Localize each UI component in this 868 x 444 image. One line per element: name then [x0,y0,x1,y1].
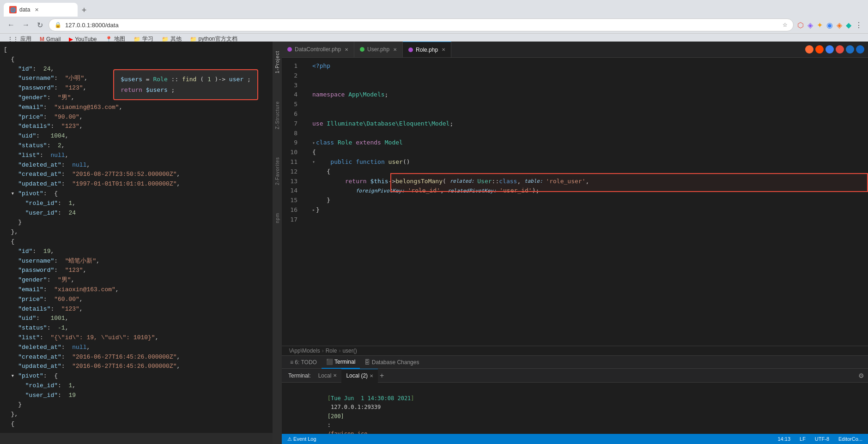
json-line: "created_at": "2016-06-27T16:45:26.00000… [0,353,273,362]
breadcrumb-models[interactable]: \App\Models [289,348,320,354]
side-label-npm[interactable]: npm [275,213,280,223]
browser-icon-edge[interactable] [826,45,834,54]
fold-icon-9[interactable]: ▾ [312,139,315,147]
browser-chrome: 🌐 data ✕ + ← → ↻ 🔒 127.0.0.1:8000/data ☆… [0,0,868,42]
terminal-tab-local1-label: Local [318,372,332,379]
ext-icon-5[interactable]: ◈ [837,21,842,30]
tab-role[interactable]: Role.php ✕ [403,42,451,58]
status-bar: ⚠ Event Log 14:13 LF UTF-8 EditorCo... [282,434,868,444]
fold-icon-11[interactable]: ▾ [312,158,315,166]
json-line: "role_id": 1, [0,381,273,391]
status-editor[interactable]: EditorCo... [837,436,864,442]
status-lf[interactable]: LF [798,436,807,442]
browser-icon-chrome[interactable] [805,45,813,54]
terminal-content[interactable]: [Tue Jun 1 14:30:08 2021] 127.0.0.1:2933… [282,383,868,434]
terminal-add-button[interactable]: + [378,372,386,380]
json-line: [ [0,45,273,55]
line-num-16: 16 [282,205,301,215]
tab-todo[interactable]: ≡ 6: TODO [285,356,322,369]
ide-wrapper: 1-Project Z-Structure 2-Favorites npm Da… [273,42,868,444]
ext-icon-2[interactable]: ◈ [807,21,813,30]
browser-icon-ie[interactable] [846,45,854,54]
status-left: ⚠ Event Log [285,436,318,442]
terminal-tab-label: ⬛ Terminal [326,359,355,365]
json-panel: [ { "id": 24, "username": "小明", "passwor… [0,42,273,433]
tab-datacontroller[interactable]: DataController.php ✕ [282,42,354,58]
terminal-settings-button[interactable]: ⚙ [858,372,864,379]
json-line: "password": "123", [0,266,273,276]
tab-close-button[interactable]: ✕ [35,7,39,13]
terminal-tab-local1-close[interactable]: ✕ [333,373,337,378]
side-label-project[interactable]: 1-Project [275,51,280,73]
tab-close-user[interactable]: ✕ [393,47,397,52]
line-num-17: 17 [282,215,301,225]
side-label-structure[interactable]: Z-Structure [275,101,280,129]
json-browser-panel: $users = Role :: find ( 1 )-> user ; ret… [0,42,273,444]
line-num-2: 2 [282,71,301,81]
browser-icon-edge2[interactable] [856,45,864,54]
line-num-7: 7 [282,119,301,129]
json-line: ▾ "pivot": { [0,372,273,381]
terminal-tab-local1[interactable]: Local ✕ [314,369,342,383]
terminal-tab-local2-close[interactable]: ✕ [370,373,373,378]
tab-user[interactable]: User.php ✕ [354,42,403,58]
json-line: "uid": 1004, [0,132,273,141]
browser-menu-button[interactable]: ⋮ [855,21,862,30]
json-line: } [0,218,273,228]
status-line-col[interactable]: 14:13 [776,436,792,442]
json-line: "user_id": 19 [0,391,273,401]
ext-icon-4[interactable]: ◉ [826,21,833,30]
bookmark-star-icon[interactable]: ☆ [783,22,788,28]
json-line: { [0,420,273,429]
status-event-log[interactable]: ⚠ Event Log [285,436,318,442]
back-button[interactable]: ← [6,19,17,31]
tab-close-datacontroller[interactable]: ✕ [345,47,348,52]
refresh-button[interactable]: ↻ [35,19,45,31]
breadcrumb-sep-1: › [322,348,324,354]
forward-button[interactable]: → [20,19,31,31]
json-line: "email": "xiaoxin@163.com", [0,285,273,295]
json-line: "created_at": "2016-08-27T23:50:52.00000… [0,170,273,180]
ext-icon-1[interactable]: ⬡ [797,21,804,30]
tab-title: data [19,6,30,13]
line-num-1: 1 [282,61,301,71]
tab-label-datacontroller: DataController.php [295,46,341,53]
code-line-11: ▾ public function user () [305,157,868,167]
line-num-15: 15 [282,196,301,205]
new-tab-button[interactable]: + [78,4,91,17]
json-line: "gender": "男", [0,276,273,285]
browser-icon-firefox[interactable] [815,45,824,54]
browser-icon-opera[interactable] [836,45,844,54]
line-num-13: 13 [282,177,301,186]
tab-label-user: User.php [367,46,389,53]
tab-db-changes[interactable]: 🗄 Database Changes [360,356,424,369]
browser-tab[interactable]: 🌐 data ✕ [4,3,78,17]
status-encoding[interactable]: UTF-8 [813,436,831,442]
line-num-14: 14 [282,186,301,196]
ide-tab-bar: DataController.php ✕ User.php ✕ Role.php… [282,42,868,58]
side-label-panel: 1-Project Z-Structure 2-Favorites npm [273,42,282,444]
tab-label-role: Role.php [416,47,438,53]
json-line-username2: "username": "蜡笔小新", [0,257,273,266]
breadcrumb-role[interactable]: Role [326,348,337,354]
json-line: "price": "90.00", [0,113,273,122]
tab-terminal[interactable]: ⬛ Terminal [322,356,360,369]
ext-icon-3[interactable]: ✦ [817,21,823,30]
code-line-4: namespace App\Models ; [305,90,868,100]
line-num-6: 6 [282,109,301,119]
ext-icon-6[interactable]: ◆ [846,21,851,30]
breadcrumb-user-fn[interactable]: user() [342,348,357,354]
line-num-5: 5 [282,100,301,109]
json-line: "list": "{\"id\": 19, \"uid\": 1010}", [0,333,273,343]
fold-icon-16[interactable]: ▸ [312,206,315,214]
tab-close-role[interactable]: ✕ [442,47,445,52]
terminal-tab-local2[interactable]: Local (2) ✕ [341,369,378,383]
side-label-favorites[interactable]: 2-Favorites [275,157,280,185]
terminal-tabs: Terminal: Local ✕ Local (2) ✕ + ⚙ [282,369,868,383]
line-num-11: 11 [282,157,301,167]
url-text: 127.0.0.1:8000/data [65,22,779,29]
json-line: "email": "xiaoming@163.com", [0,103,273,113]
code-content[interactable]: <?php namespace App\Models ; [305,58,868,346]
address-bar[interactable]: 🔒 127.0.0.1:8000/data ☆ [49,18,794,31]
main-area: $users = Role :: find ( 1 )-> user ; ret… [0,42,868,444]
